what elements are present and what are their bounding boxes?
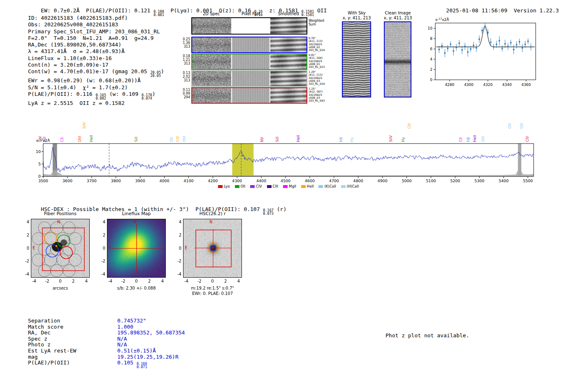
fiber-id-labels: 1.29"(411, 213)20220625v009_03203_RL_024 <box>309 71 333 86</box>
table-row: Spec zN/A <box>28 336 185 342</box>
fiber-weight-value: 294 <box>176 95 190 99</box>
spectral-line-label: OIII <box>508 123 512 129</box>
legend-item: MgII <box>283 184 296 188</box>
inset-data-point <box>455 46 457 48</box>
spectral-line-label: OIII <box>520 123 524 129</box>
inset-data-point <box>490 42 492 43</box>
header-ew-stats: EW: 0.7±0.2Å P(LAE)/P(OII): 0.121 <box>41 7 153 14</box>
main-xtick: 4700 <box>329 179 339 183</box>
fiber-id-text: 203_RL_023 <box>309 66 333 69</box>
inset-data-point <box>499 40 500 42</box>
main-xtick: 4100 <box>183 179 193 183</box>
inset-data-point <box>470 48 471 50</box>
inset-data-point <box>441 45 443 47</box>
inset-data-point <box>450 44 451 45</box>
info-line: λ = 4317.41Å σ = 2.48(±0.93)Å <box>28 48 164 55</box>
hsc-plae-fraction: 0.1670.073 <box>263 209 274 215</box>
info-line: Cont(n) = 3.20(±0.09)e-17 <box>28 62 164 68</box>
table-row-label: RA, Dec <box>28 330 117 336</box>
spec2d-image <box>192 88 231 103</box>
main-xtick: 5300 <box>474 179 484 183</box>
inset-ytick: 0 <box>430 78 432 82</box>
table-row: Separation0.745732" <box>28 318 185 324</box>
spec2d-image <box>192 37 231 52</box>
fiber-weight-value: 1.36 <box>176 41 190 45</box>
cutout-ytick: 2 <box>96 233 105 237</box>
fiber-id-text: 203_RL_043 <box>309 100 333 102</box>
main-xtick: 3700 <box>87 179 97 183</box>
cutout-xtick: -2 <box>119 279 128 283</box>
table-value-fraction: 0.1660.071 <box>137 362 147 369</box>
main-xtick: 4400 <box>256 179 266 183</box>
inset-data-point <box>516 44 518 46</box>
fiber-weight-value: 1.21 <box>176 58 190 62</box>
cutout-ytick: 4 <box>20 220 29 224</box>
fiber-id-labels: 0.81"(411, 204)20220625v008_01203_RL_023 <box>309 54 333 69</box>
legend-item: CIII <box>267 184 278 188</box>
col-title-pixelflat: Pixel Flat <box>231 12 270 16</box>
main-xtick: 4500 <box>281 179 290 183</box>
table-row: RA, Dec195.898352, 50.687354 <box>28 330 185 336</box>
table-row-label: mag <box>28 354 117 360</box>
with-sky-title: With Sky <box>337 11 376 15</box>
legend-label: HeII <box>307 184 314 188</box>
cutout-xtick: -2 <box>43 279 52 283</box>
table-row: Est LyA rest-EW0.51(±0.15)Å <box>28 348 185 354</box>
legend-label: Lyα <box>224 184 230 188</box>
info-text: ) <box>152 91 156 97</box>
smoothed-image <box>270 88 307 103</box>
pixel-flat-image <box>232 54 269 69</box>
cutout-xtick: 0 <box>208 279 217 283</box>
cutout-xtick: 2 <box>145 279 154 283</box>
inset-data-point <box>476 47 477 49</box>
fraction-bottom: 0.082 <box>95 97 106 100</box>
legend-item: Lyα <box>218 184 230 188</box>
cutout-ytick: -2 <box>172 259 181 263</box>
main-plot-bg <box>43 144 534 176</box>
cutout-ytick: -4 <box>96 272 105 276</box>
info-line: EWr = 0.98(±0.29) (w: 0.68(±0.20))Å <box>28 77 164 84</box>
inset-data-point <box>453 50 454 52</box>
line-fit-inset-chart: 024681042804300432043404360e-17x2Å <box>427 17 542 91</box>
info-line: Primary Spec_Slot_IFU_AMP: 203_086_031_R… <box>28 28 164 35</box>
inset-data-point <box>438 49 440 50</box>
legend-label: CIII <box>273 184 278 188</box>
cutout-sublabel: m:19.2 re:1.5" s:0.7" <box>177 286 248 290</box>
main-xtick: 4600 <box>305 179 315 183</box>
hsc-match-header: HSC-DEX : Possible Matches = 1 (within +… <box>28 200 286 221</box>
cutout-xtick: 4 <box>158 279 167 283</box>
legend-swatch <box>283 185 288 188</box>
spec2d-image <box>192 71 231 86</box>
main-xtick: 4200 <box>208 179 218 183</box>
main-ylabel: e-17x2Å <box>36 139 50 143</box>
inset-ytick: 6 <box>430 47 432 51</box>
main-xtick: 3800 <box>111 179 121 183</box>
fiber-weight-value: 0.13 <box>176 71 190 75</box>
legend-item: (K)CaII <box>318 184 336 188</box>
inset-data-point <box>487 32 489 33</box>
fiber-weight-value: 313 <box>176 79 190 82</box>
inset-data-point <box>519 41 520 43</box>
fiber-cutout-row <box>191 87 307 104</box>
inset-ylabel: e-17x2Å <box>435 17 449 22</box>
fiber-weight-value: 313 <box>176 62 190 65</box>
pixel-flat-image <box>232 18 269 34</box>
table-row-label: P(LAE)/P(OII) <box>28 360 117 366</box>
info-line: P(LAE)/P(OII): 0.116 0.1650.082 (w: 0.10… <box>28 91 164 100</box>
inset-data-point <box>464 46 466 47</box>
table-row-value: 0.51(±0.15)Å <box>117 348 156 354</box>
fiber-weight-labels: 0.181.21313 <box>176 54 190 65</box>
main-xtick: 3900 <box>135 179 145 183</box>
inset-data-point <box>527 40 529 42</box>
info-text: P(LAE)/P(OII): 0.116 <box>28 91 95 97</box>
legend-swatch <box>267 185 272 188</box>
inset-data-point <box>493 46 495 48</box>
main-ytick: 10 <box>36 149 41 154</box>
inset-xtick: 4320 <box>483 83 492 87</box>
stat-fraction: 0.1650.082 <box>95 93 106 100</box>
inset-data-point <box>502 48 503 49</box>
fiber-weight-value: 2.02 <box>176 75 190 79</box>
table-row-value: 1.000 <box>117 324 133 330</box>
main-xtick: 3600 <box>63 179 72 183</box>
fraction-bottom: 20.05 <box>150 74 161 77</box>
